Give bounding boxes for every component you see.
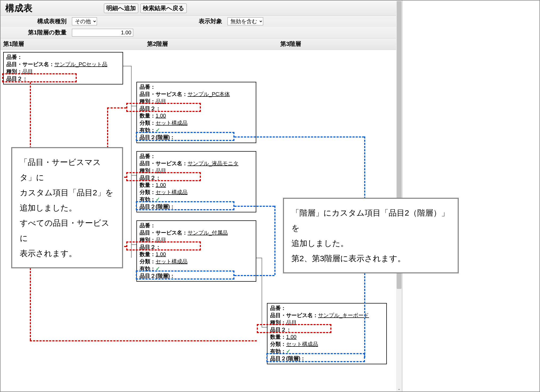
col3-header: 第3階層 xyxy=(278,38,402,50)
col1-header: 第1階層 xyxy=(1,38,144,50)
form-row-type: 構成表種別 その他 表示対象 無効を含む xyxy=(1,16,402,27)
node-level1[interactable]: 品番： 品目・サービス名：サンプル_PCセット品 種別：品目 品目２： xyxy=(3,52,123,84)
node-level2-b[interactable]: 品番： 品目・サービス名：サンプル_液晶モニタ 種別：品目 品目２： 数量：1.… xyxy=(136,151,256,212)
target-label: 表示対象 xyxy=(185,17,228,25)
page-title: 構成表 xyxy=(5,2,33,14)
node-level2-a[interactable]: 品番： 品目・サービス名：サンプル_PC本体 種別：品目 品目２： 数量：1.0… xyxy=(136,82,256,143)
callout-right-text: 「階層」にカスタム項目「品目2（階層）」を 追加しました。 第2、第3階層に表示… xyxy=(291,208,449,263)
column-headers: 第1階層 第2階層 第3階層 xyxy=(1,38,402,50)
type-select[interactable]: その他 xyxy=(72,17,97,25)
titlebar: 構成表 明細へ追加 検索結果へ戻る xyxy=(1,1,402,16)
callout-left-text: 「品目・サービスマスタ」に カスタム項目「品目2」を 追加しました。 すべての品… xyxy=(20,158,113,258)
scrollbar[interactable]: ⌄ xyxy=(396,1,402,391)
type-label: 構成表種別 xyxy=(5,17,72,25)
target-select[interactable]: 無効を含む xyxy=(228,17,263,25)
qty-label: 第1階層の数量 xyxy=(5,29,72,37)
col2-header: 第2階層 xyxy=(144,38,278,50)
callout-right: 「階層」にカスタム項目「品目2（階層）」を 追加しました。 第2、第3階層に表示… xyxy=(283,198,459,273)
qty-input[interactable] xyxy=(72,29,133,37)
callout-left: 「品目・サービスマスタ」に カスタム項目「品目2」を 追加しました。 すべての品… xyxy=(11,147,123,268)
scroll-down-icon[interactable]: ⌄ xyxy=(396,386,402,391)
form-row-qty: 第1階層の数量 xyxy=(1,27,402,38)
node-level2-c[interactable]: 品番： 品目・サービス名：サンプル_付属品 種別：品目 品目２： 数量：1.00… xyxy=(136,220,256,282)
back-to-results-button[interactable]: 検索結果へ戻る xyxy=(140,3,187,13)
node-level3[interactable]: 品番： 品目・サービス名：サンプル_キーボード 種別：品目 品目２： 数量：1.… xyxy=(267,303,387,364)
add-detail-button[interactable]: 明細へ追加 xyxy=(104,3,138,13)
